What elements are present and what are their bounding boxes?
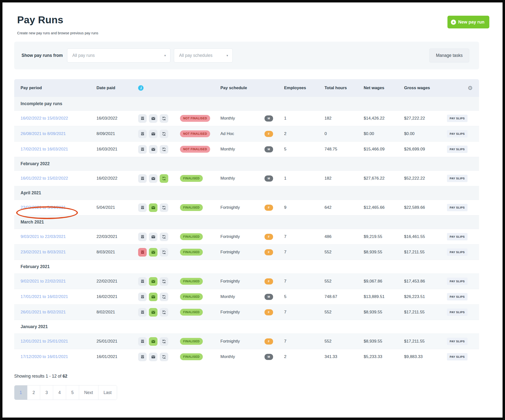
pay-period-link[interactable]: 26/08/2021 to 8/09/2021 [21,131,66,136]
employees-count-cell: 2 [284,354,325,359]
pay-period-link[interactable]: 23/03/2021 to 5/04/2021 [21,205,66,210]
sync-icon[interactable] [160,293,168,301]
journal-icon[interactable] [138,145,147,154]
mail-icon[interactable] [149,248,157,257]
sync-icon[interactable] [160,248,168,257]
date-paid-cell: 16/03/2021 [96,147,138,152]
pagination-page-next[interactable]: Next [79,385,98,400]
mail-icon[interactable] [149,233,157,241]
pay-schedules-filter-select[interactable]: All pay schedules ▾ [174,49,233,62]
gross-wages-cell: $26,223.51 [404,294,447,299]
pagination-page-last[interactable]: Last [98,385,117,400]
pay-period-link[interactable]: 12/01/2021 to 25/01/2021 [21,339,68,344]
sync-icon[interactable] [160,130,168,138]
mail-icon[interactable] [149,337,157,346]
total-hours-cell: 642 [325,205,364,210]
total-hours-cell: 552 [325,250,364,255]
pay-period-link[interactable]: 16/01/2022 to 15/02/2022 [21,176,68,181]
date-paid-cell: 16/01/2021 [96,354,138,359]
sync-icon[interactable] [160,277,168,286]
net-wages-cell: $27,676.22 [364,176,404,181]
employees-count-cell: 7 [284,279,325,284]
pay-slips-button[interactable]: PAY SLIPS [447,130,468,137]
employees-count-cell: 5 [284,294,325,299]
employees-count-cell: 7 [284,310,325,315]
sync-icon[interactable] [160,174,168,183]
pay-run-row: 17/01/2021 to 16/02/202116/02/2021FINALI… [14,289,479,304]
mail-icon[interactable] [149,203,157,212]
journal-icon[interactable] [138,337,147,346]
sync-icon[interactable] [160,353,168,361]
journal-icon[interactable] [138,353,147,361]
journal-icon[interactable] [138,114,147,123]
journal-icon[interactable] [138,248,147,257]
table-body: Incomplete pay runs16/02/2022 to 15/03/2… [14,97,479,364]
plus-circle-icon: + [451,20,456,25]
mail-icon[interactable] [149,174,157,183]
pay-period-link[interactable]: 17/12/2020 to 16/01/2021 [21,354,68,359]
pay-period-link[interactable]: 17/02/2021 to 16/03/2021 [21,147,68,152]
mail-icon[interactable] [149,130,157,138]
status-badge: NOT FINALISED [180,115,210,122]
pay-schedule-cell: Fortnightly [220,250,265,255]
journal-icon[interactable] [138,130,147,138]
employees-count-cell: 7 [284,250,325,255]
pay-run-row: 16/01/2022 to 15/02/202216/02/2022FINALI… [14,171,479,186]
chevron-down-icon: ▾ [227,54,228,57]
section-header-label: Incomplete pay runs [21,101,62,106]
journal-icon[interactable] [138,233,147,241]
sync-icon[interactable] [160,145,168,154]
gear-icon[interactable]: ⚙ [447,85,473,91]
journal-icon[interactable] [138,308,147,317]
mail-icon[interactable] [149,353,157,361]
pay-slips-button[interactable]: PAY SLIPS [447,115,468,122]
pay-period-link[interactable]: 17/01/2021 to 16/02/2021 [21,294,68,299]
filter-bar: Show pay runs from All pay runs ▾ All pa… [14,42,479,69]
pay-slips-button[interactable]: PAY SLIPS [447,248,468,256]
pay-period-link[interactable]: 9/02/2021 to 22/02/2021 [21,279,66,284]
table-header-row: Pay period Date paid i Pay schedule Empl… [14,79,479,97]
pay-slips-button[interactable]: PAY SLIPS [447,338,468,345]
pagination-page-4[interactable]: 4 [53,385,66,400]
journal-icon[interactable] [138,293,147,301]
pay-runs-filter-select[interactable]: All pay runs ▾ [67,49,170,62]
pagination-page-1[interactable]: 1 [14,385,27,400]
pagination-page-5[interactable]: 5 [66,385,79,400]
journal-icon[interactable] [138,203,147,212]
pay-period-link[interactable]: 23/02/2021 to 8/03/2021 [21,250,66,255]
sync-icon[interactable] [160,308,168,317]
sync-icon[interactable] [160,114,168,123]
pay-period-link[interactable]: 26/01/2021 to 8/02/2021 [21,310,66,315]
sync-icon[interactable] [160,233,168,241]
pay-slips-button[interactable]: PAY SLIPS [447,309,468,316]
pay-slips-button[interactable]: PAY SLIPS [447,175,468,182]
sync-icon[interactable] [160,337,168,346]
gross-wages-cell: $0.00 [404,131,447,136]
mail-icon[interactable] [149,114,157,123]
pay-slips-button[interactable]: PAY SLIPS [447,204,468,211]
pay-slips-button[interactable]: PAY SLIPS [447,233,468,240]
pay-slips-button[interactable]: PAY SLIPS [447,278,468,285]
sync-icon[interactable] [160,203,168,212]
pagination-page-3[interactable]: 3 [40,385,53,400]
net-wages-cell: $8,939.55 [364,250,404,255]
mail-icon[interactable] [149,293,157,301]
schedule-type-badge: F [265,205,273,211]
pagination-page-2[interactable]: 2 [27,385,40,400]
new-pay-run-button[interactable]: + New pay run [447,16,489,28]
manage-tasks-button[interactable]: Manage tasks [429,49,469,62]
mail-icon[interactable] [149,145,157,154]
journal-icon[interactable] [138,277,147,286]
pay-slips-button[interactable]: PAY SLIPS [447,293,468,300]
mail-icon[interactable] [149,308,157,317]
date-paid-cell: 16/03/2022 [96,116,138,121]
date-paid-cell: 25/01/2021 [96,339,138,344]
pay-slips-button[interactable]: PAY SLIPS [447,353,468,360]
info-icon[interactable]: i [138,85,144,91]
pay-period-link[interactable]: 9/03/2021 to 22/03/2021 [21,234,66,239]
journal-icon[interactable] [138,174,147,183]
date-paid-cell: 16/02/2022 [96,176,138,181]
pay-period-link[interactable]: 16/02/2022 to 15/03/2022 [21,116,68,121]
mail-icon[interactable] [149,277,157,286]
pay-slips-button[interactable]: PAY SLIPS [447,146,468,153]
